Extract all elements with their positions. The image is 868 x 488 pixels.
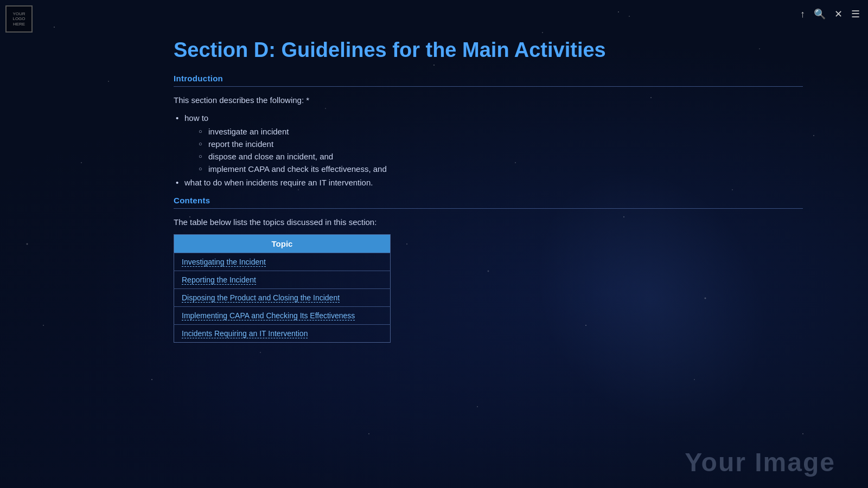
contents-table: Topic Investigating the IncidentReportin… [174,234,391,343]
contents-section: Contents The table below lists the topic… [174,196,803,343]
bullet-item-how-to: how to investigate an incident report th… [174,113,803,174]
table-link-1[interactable]: Reporting the Incident [182,275,256,285]
intro-divider [174,86,803,87]
toolbar: ↑ 🔍 ✕ ☰ [800,8,860,20]
close-icon[interactable]: ✕ [834,8,843,20]
main-content: Section D: Guidelines for the Main Activ… [174,27,803,354]
table-link-3[interactable]: Implementing CAPA and Checking Its Effec… [182,311,355,320]
menu-icon[interactable]: ☰ [851,8,860,20]
table-header: Topic [174,234,391,253]
page-title: Section D: Guidelines for the Main Activ… [174,38,803,63]
main-bullet-list: how to investigate an incident report th… [174,113,803,187]
introduction-heading: Introduction [174,74,803,83]
it-intervention-label: what to do when incidents require an IT … [184,178,373,187]
table-row: Incidents Requiring an IT Intervention [174,324,391,342]
table-row: Disposing the Product and Closing the In… [174,288,391,306]
contents-heading: Contents [174,196,803,205]
sub-bullet-dispose: dispose and close an incident, and [197,152,803,161]
sub-bullet-list: investigate an incident report the incid… [184,127,803,174]
contents-description: The table below lists the topics discuss… [174,217,803,227]
table-row: Investigating the Incident [174,253,391,271]
table-link-4[interactable]: Incidents Requiring an IT Intervention [182,329,308,338]
introduction-section: Introduction This section describes the … [174,74,803,187]
sub-bullet-investigate: investigate an incident [197,127,803,136]
logo-text: YOUR LOGO HERE [12,11,25,27]
watermark: Your Image [685,447,835,477]
sub-bullet-report: report the incident [197,139,803,149]
table-link-2[interactable]: Disposing the Product and Closing the In… [182,293,340,303]
upload-icon[interactable]: ↑ [800,9,805,20]
sub-bullet-capa: implement CAPA and check its effectivene… [197,164,803,174]
table-link-0[interactable]: Investigating the Incident [182,258,266,267]
search-icon[interactable]: 🔍 [814,8,826,20]
intro-text: This section describes the following: * [174,95,803,105]
table-row: Reporting the Incident [174,271,391,288]
table-row: Implementing CAPA and Checking Its Effec… [174,306,391,324]
logo: YOUR LOGO HERE [5,5,33,33]
contents-divider [174,208,803,209]
bullet-item-it: what to do when incidents require an IT … [174,178,803,187]
how-to-label: how to [184,113,208,123]
